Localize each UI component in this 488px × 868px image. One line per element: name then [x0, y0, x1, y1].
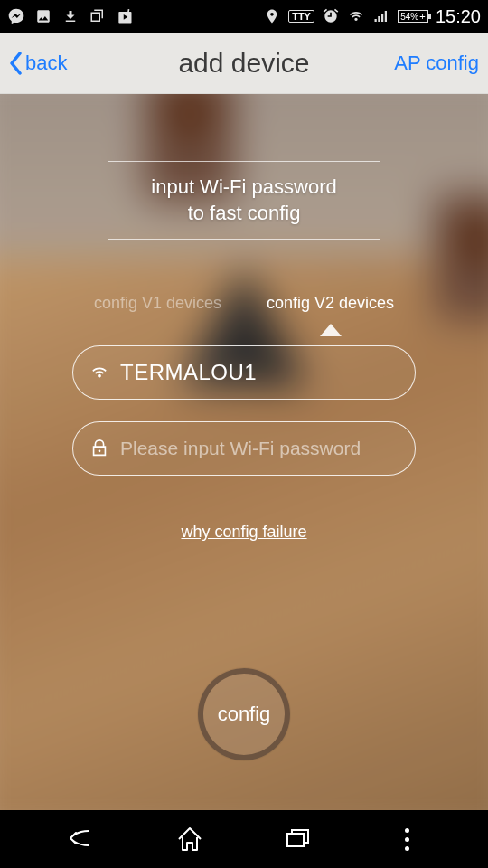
messenger-icon — [7, 7, 25, 25]
battery-icon: 54%+ — [398, 10, 428, 23]
battery-text: 54% — [400, 12, 418, 22]
wifi-icon — [347, 7, 365, 25]
device-version-tabs: config V1 devices config V2 devices — [54, 294, 434, 320]
system-nav-bar — [0, 810, 488, 868]
nav-menu-button[interactable] — [389, 821, 425, 857]
ap-config-link[interactable]: AP config — [394, 52, 479, 75]
why-config-failure-link[interactable]: why config failure — [181, 523, 306, 542]
tty-icon: TTY — [288, 10, 314, 23]
wifi-password-field-container — [72, 421, 416, 476]
nav-recent-button[interactable] — [280, 821, 316, 857]
signal-icon — [372, 7, 390, 25]
svg-rect-1 — [287, 834, 304, 846]
gallery-icon — [34, 7, 52, 25]
back-button[interactable]: back — [9, 52, 67, 75]
vertical-dots-icon — [405, 828, 409, 851]
play-store-icon — [116, 7, 134, 25]
back-label: back — [25, 52, 67, 75]
instruction-block: input Wi-Fi password to fast config — [108, 161, 380, 240]
status-bar: TTY 54%+ 15:20 — [0, 0, 488, 33]
clock: 15:20 — [436, 6, 481, 27]
alarm-icon — [322, 7, 340, 25]
back-arrow-icon — [63, 826, 99, 853]
instruction-line-1: input Wi-Fi password — [108, 175, 380, 201]
main-content: input Wi-Fi password to fast config conf… — [0, 94, 488, 810]
lock-icon — [89, 439, 109, 458]
location-icon — [263, 7, 281, 25]
config-button[interactable]: config — [198, 668, 290, 760]
wifi-ssid-value: TERMALOU1 — [120, 360, 257, 385]
wifi-ssid-field[interactable]: TERMALOU1 — [72, 345, 416, 400]
tab-v2-devices[interactable]: config V2 devices — [267, 294, 394, 320]
wifi-icon — [89, 363, 109, 382]
wifi-password-input[interactable] — [120, 438, 399, 459]
windows-icon — [89, 7, 107, 25]
chevron-left-icon — [9, 52, 22, 75]
recent-apps-icon — [284, 825, 313, 854]
download-icon — [61, 7, 80, 25]
app-header: back add device AP config — [0, 33, 488, 94]
tab-v1-devices[interactable]: config V1 devices — [94, 294, 221, 320]
nav-home-button[interactable] — [172, 821, 208, 857]
instruction-line-2: to fast config — [108, 201, 380, 227]
home-icon — [175, 825, 204, 854]
svg-point-0 — [99, 450, 101, 453]
nav-back-button[interactable] — [63, 821, 99, 857]
